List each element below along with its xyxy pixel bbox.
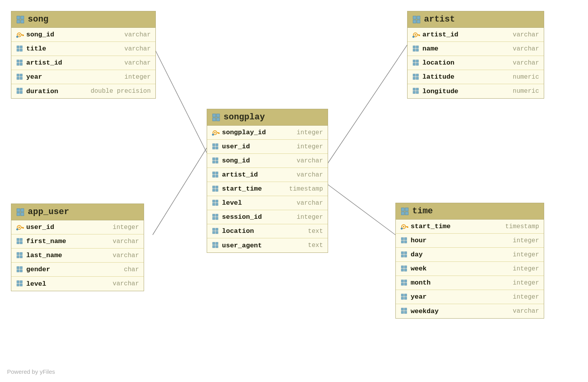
songplay-field-artist_id-name: artist_id <box>222 171 294 178</box>
artist-field-longitude-name: longitude <box>422 88 510 95</box>
field-icon <box>16 73 24 81</box>
svg-rect-152 <box>401 297 404 299</box>
song-table: song song_id varchar title <box>11 11 156 99</box>
artist-field-location: location varchar <box>408 56 544 70</box>
app-user-field-user_id: user_id integer <box>11 220 144 234</box>
app-user-field-last_name: last_name varchar <box>11 249 144 263</box>
svg-rect-19 <box>20 60 22 62</box>
app-user-field-user_id-name: user_id <box>26 223 110 231</box>
svg-rect-52 <box>413 88 415 90</box>
field-icon <box>400 279 408 287</box>
artist-field-longitude: longitude numeric <box>408 84 544 98</box>
songplay-field-start_time-name: start_time <box>222 185 287 193</box>
app-user-field-gender: gender char <box>11 263 144 277</box>
svg-rect-53 <box>416 88 418 90</box>
svg-rect-27 <box>20 88 22 90</box>
svg-rect-41 <box>416 46 418 48</box>
svg-rect-110 <box>17 241 19 244</box>
time-field-hour-type: integer <box>513 237 539 244</box>
svg-rect-120 <box>17 281 19 283</box>
svg-rect-42 <box>413 49 415 51</box>
field-icon <box>212 213 220 221</box>
field-icon <box>212 227 220 235</box>
songplay-field-songplay_id-type: integer <box>297 129 323 136</box>
pk-icon <box>412 31 420 39</box>
song-field-song_id: song_id varchar <box>11 28 155 42</box>
artist-field-artist_id: artist_id varchar <box>408 28 544 42</box>
time-table-header: time <box>396 203 544 220</box>
svg-rect-157 <box>404 311 407 314</box>
songplay-table-name: songplay <box>224 112 265 122</box>
svg-rect-126 <box>401 212 404 215</box>
time-field-hour: hour integer <box>396 234 544 248</box>
svg-rect-72 <box>213 161 215 163</box>
svg-rect-93 <box>216 231 218 234</box>
svg-rect-68 <box>213 147 215 149</box>
artist-field-location-type: varchar <box>513 59 539 67</box>
time-field-year-name: year <box>411 293 510 301</box>
artist-field-latitude-name: latitude <box>422 73 510 81</box>
artist-field-location-name: location <box>422 59 510 67</box>
time-field-week-type: integer <box>513 265 539 272</box>
svg-rect-149 <box>404 283 407 285</box>
songplay-field-session_id-type: integer <box>297 214 323 221</box>
field-icon <box>400 293 408 301</box>
svg-rect-91 <box>216 228 218 231</box>
svg-rect-94 <box>213 242 215 245</box>
pk-icon <box>212 129 220 137</box>
songplay-field-start_time-type: timestamp <box>289 186 323 193</box>
artist-field-name: name varchar <box>408 42 544 56</box>
field-icon <box>400 251 408 259</box>
svg-rect-155 <box>404 308 407 310</box>
songplay-field-user_agent-name: user_agent <box>222 242 306 249</box>
svg-rect-15 <box>20 46 22 48</box>
svg-rect-144 <box>401 269 404 271</box>
artist-field-artist_id-type: varchar <box>513 31 539 38</box>
songplay-field-song_id: song_id varchar <box>207 154 328 168</box>
artist-table-icon <box>412 15 421 24</box>
song-field-artist_id: artist_id varchar <box>11 56 155 70</box>
time-table: time start_time timestamp hour integer d… <box>395 203 544 319</box>
svg-rect-71 <box>216 158 218 160</box>
svg-rect-77 <box>216 175 218 177</box>
song-field-year-type: integer <box>124 74 151 81</box>
field-icon <box>212 185 220 193</box>
svg-rect-141 <box>404 255 407 257</box>
svg-rect-154 <box>401 308 404 310</box>
song-field-duration-name: duration <box>26 88 88 95</box>
field-icon <box>16 280 24 288</box>
field-icon <box>400 237 408 245</box>
svg-rect-58 <box>213 118 216 121</box>
svg-rect-147 <box>404 280 407 282</box>
svg-rect-123 <box>20 284 22 286</box>
song-field-duration: duration double precision <box>11 84 155 98</box>
field-icon <box>412 59 420 67</box>
field-icon <box>16 87 24 95</box>
time-field-month-name: month <box>411 279 510 286</box>
svg-rect-56 <box>213 114 216 117</box>
svg-rect-143 <box>404 266 407 268</box>
svg-rect-116 <box>17 267 19 269</box>
songplay-field-location-name: location <box>222 227 306 235</box>
app-user-field-first_name-name: first_name <box>26 238 110 245</box>
svg-point-65 <box>212 133 214 135</box>
time-field-week: week integer <box>396 262 544 276</box>
songplay-field-location: location text <box>207 224 328 238</box>
songplay-table: songplay songplay_id integer user_id int… <box>207 109 328 253</box>
field-icon <box>412 45 420 53</box>
svg-rect-80 <box>213 189 215 191</box>
svg-rect-127 <box>405 212 408 215</box>
field-icon <box>212 171 220 179</box>
watermark: Powered by yFiles <box>7 368 55 375</box>
svg-rect-47 <box>416 63 418 65</box>
app-user-field-first_name: first_name varchar <box>11 234 144 249</box>
app-user-field-level-name: level <box>26 280 110 288</box>
artist-field-latitude: latitude numeric <box>408 70 544 84</box>
app-user-field-level: level varchar <box>11 277 144 291</box>
time-field-day: day integer <box>396 248 544 262</box>
artist-field-artist_id-name: artist_id <box>422 31 510 38</box>
svg-rect-78 <box>213 186 215 188</box>
songplay-field-session_id: session_id integer <box>207 210 328 224</box>
time-field-weekday-name: weekday <box>411 308 510 315</box>
svg-rect-85 <box>216 203 218 205</box>
